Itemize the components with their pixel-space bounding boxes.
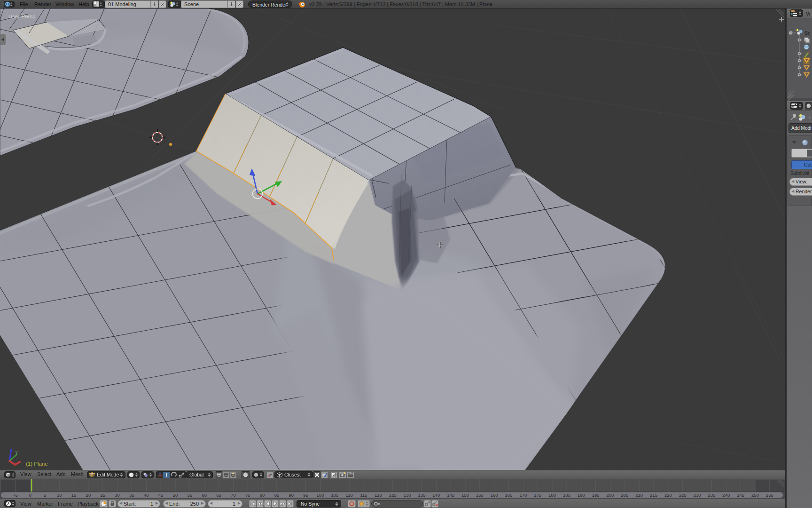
svg-text:-5: -5 (14, 492, 17, 498)
svg-text:70: 70 (231, 492, 236, 498)
svg-text:i: i (7, 2, 8, 7)
svg-text:55: 55 (187, 492, 193, 498)
svg-text:225: 225 (679, 492, 687, 498)
svg-text:245: 245 (737, 492, 744, 498)
svg-text:140: 140 (432, 492, 440, 498)
svg-text:85: 85 (274, 492, 280, 498)
svg-text:230: 230 (694, 492, 701, 498)
svg-text:60: 60 (202, 492, 207, 498)
svg-text:180: 180 (548, 492, 556, 498)
svg-text:5: 5 (44, 492, 46, 498)
svg-text:200: 200 (607, 492, 614, 498)
svg-text:20: 20 (86, 492, 91, 498)
svg-text:190: 190 (578, 492, 585, 498)
svg-text:170: 170 (519, 492, 527, 498)
svg-text:135: 135 (418, 492, 426, 498)
svg-text:105: 105 (331, 492, 338, 498)
svg-text:30: 30 (115, 492, 120, 498)
svg-text:50: 50 (173, 492, 178, 498)
svg-text:215: 215 (650, 492, 657, 498)
svg-text:120: 120 (375, 492, 382, 498)
svg-text:130: 130 (404, 492, 411, 498)
svg-text:115: 115 (360, 492, 367, 498)
svg-text:235: 235 (708, 492, 716, 498)
svg-text:0: 0 (29, 492, 31, 498)
svg-text:250: 250 (751, 492, 759, 498)
svg-text:User Persp: User Persp (8, 14, 36, 19)
svg-text:90: 90 (289, 492, 294, 498)
svg-text:10: 10 (57, 492, 62, 498)
svg-text:195: 195 (592, 492, 600, 498)
svg-text:15: 15 (71, 492, 77, 498)
svg-text:255: 255 (766, 492, 773, 498)
svg-text:185: 185 (563, 492, 570, 498)
svg-text:125: 125 (389, 492, 397, 498)
svg-text:65: 65 (216, 492, 221, 498)
svg-text:80: 80 (260, 492, 265, 498)
svg-text:175: 175 (534, 492, 541, 498)
svg-text:25: 25 (101, 492, 106, 498)
svg-text:210: 210 (635, 492, 643, 498)
svg-text:Sc: Sc (804, 30, 810, 36)
svg-text:y: y (16, 450, 18, 454)
svg-text:165: 165 (505, 492, 513, 498)
svg-text:110: 110 (346, 492, 353, 498)
svg-text:95: 95 (303, 492, 308, 498)
svg-text:145: 145 (447, 492, 454, 498)
svg-text:35: 35 (129, 492, 134, 498)
svg-text:155: 155 (476, 492, 484, 498)
svg-text:240: 240 (722, 492, 730, 498)
svg-text:(1) Plane: (1) Plane (26, 461, 48, 467)
svg-text:150: 150 (461, 492, 469, 498)
svg-text:45: 45 (158, 492, 164, 498)
svg-text:100: 100 (317, 492, 324, 498)
svg-text:40: 40 (144, 492, 149, 498)
svg-text:220: 220 (664, 492, 672, 498)
svg-text:160: 160 (491, 492, 498, 498)
svg-text:75: 75 (245, 492, 250, 498)
svg-text:205: 205 (621, 492, 628, 498)
